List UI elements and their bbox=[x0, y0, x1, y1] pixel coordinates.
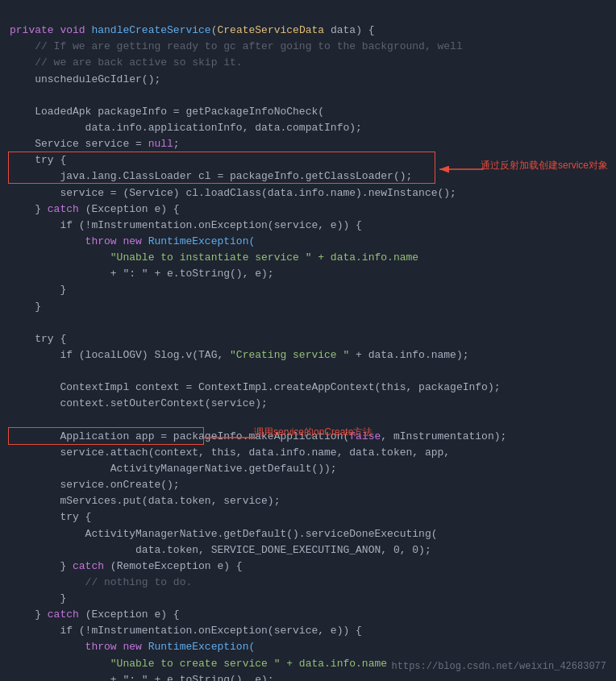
code-line: throw new RuntimeException( bbox=[10, 639, 606, 655]
code-line bbox=[10, 315, 606, 331]
code-line: ContextImpl context = ContextImpl.create… bbox=[10, 380, 606, 396]
code-line: if (!mInstrumentation.onException(servic… bbox=[10, 218, 606, 234]
code-line: } bbox=[10, 299, 606, 315]
code-line: service.onCreate(); bbox=[10, 477, 606, 493]
code-line: } bbox=[10, 282, 606, 298]
code-line: Service service = null; bbox=[10, 136, 606, 152]
code-block: private void handleCreateService(CreateS… bbox=[0, 0, 616, 681]
code-line: try { bbox=[10, 331, 606, 347]
code-line: if (localLOGV) Slog.v(TAG, "Creating ser… bbox=[10, 347, 606, 363]
annotation-classloader: 通过反射加载创建service对象 bbox=[481, 158, 608, 173]
code-line: } catch (Exception e) { bbox=[10, 607, 606, 623]
code-line: unscheduleGcIdler(); bbox=[10, 72, 606, 88]
code-line: // If we are getting ready to gc after g… bbox=[10, 39, 606, 55]
code-line: // we are back active so skip it. bbox=[10, 55, 606, 71]
code-line: mServices.put(data.token, service); bbox=[10, 493, 606, 509]
code-line: ActivityManagerNative.getDefault()); bbox=[10, 461, 606, 477]
code-line: private void handleCreateService(CreateS… bbox=[10, 23, 606, 39]
code-line bbox=[10, 363, 606, 380]
blog-credit: https://blog.csdn.net/weixin_42683077 bbox=[392, 659, 606, 675]
code-line: throw new RuntimeException( bbox=[10, 234, 606, 250]
code-line: LoadedApk packageInfo = getPackageInfoNo… bbox=[10, 104, 606, 120]
code-line: if (!mInstrumentation.onException(servic… bbox=[10, 623, 606, 639]
code-line: service.attach(context, this, data.info.… bbox=[10, 445, 606, 461]
code-line: data.token, SERVICE_DONE_EXECUTING_ANON,… bbox=[10, 542, 606, 559]
code-line: data.info.applicationInfo, data.compatIn… bbox=[10, 120, 606, 136]
code-line bbox=[10, 88, 606, 104]
code-line: "Unable to instantiate service " + data.… bbox=[10, 250, 606, 266]
code-line: try { bbox=[10, 509, 606, 525]
code-line: context.setOuterContext(service); bbox=[10, 396, 606, 412]
annotation-oncreate: 调用service的onCreate方法 bbox=[254, 425, 373, 440]
code-line: ActivityManagerNative.getDefault().servi… bbox=[10, 526, 606, 542]
code-line: + ": " + e.toString(), e); bbox=[10, 266, 606, 282]
code-line: // nothing to do. bbox=[10, 575, 606, 591]
code-line: } catch (RemoteException e) { bbox=[10, 559, 606, 575]
code-line: } catch (Exception e) { bbox=[10, 201, 606, 218]
code-line: } bbox=[10, 591, 606, 607]
code-line: service = (Service) cl.loadClass(data.in… bbox=[10, 185, 606, 201]
